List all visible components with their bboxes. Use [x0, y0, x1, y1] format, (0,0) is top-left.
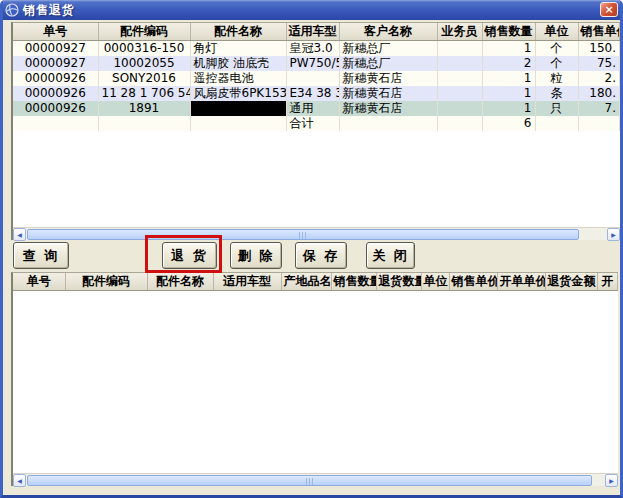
cell-sales-qty[interactable]: 1 [482, 71, 535, 86]
cell-vehicle-model[interactable] [286, 71, 339, 86]
col-header-part-name[interactable]: 配件名称 [190, 23, 286, 41]
cell-salesman[interactable] [437, 86, 482, 101]
header-row: 单号 配件编码 配件名称 适用车型 客户名称 业务员 销售数量 单位 销售单价 [13, 23, 620, 41]
return-button[interactable]: 退 货 [162, 242, 217, 269]
col-header-sales-qty[interactable]: 销售数量 [482, 23, 535, 41]
cell-customer-name[interactable]: 新穗黄石店 [339, 101, 437, 116]
table-row[interactable]: 00000927 0000316-150 角灯 皇冠3.0 新穗总厂 1 个 1… [13, 41, 620, 57]
upper-horizontal-scrollbar[interactable]: ◀ ▶ [13, 227, 620, 240]
cell-order-no[interactable]: 00000926 [13, 71, 98, 86]
scrollbar-grip [306, 478, 315, 485]
col-header-unit[interactable]: 单位 [535, 23, 578, 41]
scroll-right-arrow-icon[interactable]: ▶ [605, 474, 618, 487]
cell-unit[interactable]: 粒 [535, 71, 578, 86]
total-qty: 6 [482, 116, 535, 131]
cell-salesman[interactable] [437, 41, 482, 57]
app-icon [5, 3, 19, 17]
col-header-return-amount[interactable]: 退货金额 [545, 273, 597, 291]
col-header-part-code[interactable]: 配件编码 [65, 273, 147, 291]
return-detail-grid: 单号 配件编码 配件名称 适用车型 产地品名 销售数量 退货数量 单位 销售单价… [11, 272, 618, 486]
col-header-vehicle-model[interactable]: 适用车型 [286, 23, 339, 41]
scrollbar-thumb[interactable] [27, 229, 579, 240]
col-header-invoice-price[interactable]: 开单单价 [497, 273, 545, 291]
cell-sales-price[interactable]: 180. [578, 86, 620, 101]
col-header-vehicle-model[interactable]: 适用车型 [213, 273, 281, 291]
cell-part-code[interactable]: 0000316-150 [98, 41, 190, 57]
total-row: 合计 6 [13, 116, 620, 131]
col-header-return-qty[interactable]: 退货数量 [376, 273, 421, 291]
cell-vehicle-model[interactable]: PW750/550 [286, 56, 339, 71]
cell-unit[interactable]: 只 [535, 101, 578, 116]
cell-part-name[interactable]: 角灯 [190, 41, 286, 57]
col-header-sales-price[interactable]: 销售单价 [578, 23, 620, 41]
cell-customer-name[interactable]: 新穗总厂 [339, 56, 437, 71]
cell-sales-qty[interactable]: 1 [482, 86, 535, 101]
cell-sales-qty[interactable]: 1 [482, 101, 535, 116]
cell-part-name[interactable]: 遥控器电池 [190, 71, 286, 86]
cell-part-code[interactable]: 1891 [98, 101, 190, 116]
window-title: 销售退货 [23, 2, 75, 19]
col-header-order-no[interactable]: 单号 [13, 273, 65, 291]
cell-unit[interactable]: 条 [535, 86, 578, 101]
sales-records-grid: 单号 配件编码 配件名称 适用车型 客户名称 业务员 销售数量 单位 销售单价 … [11, 22, 620, 240]
table-row[interactable]: 00000926 SONY2016 遥控器电池 新穗黄石店 1 粒 2. [13, 71, 620, 86]
scrollbar-grip [299, 232, 308, 239]
scrollbar-thumb[interactable] [27, 475, 592, 486]
cell-sales-price[interactable]: 75. [578, 56, 620, 71]
close-button[interactable]: 关 闭 [366, 242, 415, 269]
cell-part-name[interactable]: 风扇皮带6PK1538 [190, 86, 286, 101]
scroll-left-arrow-icon[interactable]: ◀ [13, 474, 26, 487]
cell-sales-qty[interactable]: 1 [482, 41, 535, 57]
cell-part-name[interactable]: 机脚胶 油底壳 [190, 56, 286, 71]
cell-salesman[interactable] [437, 56, 482, 71]
cell-order-no[interactable]: 00000927 [13, 41, 98, 57]
col-header-truncated[interactable]: 开 [597, 273, 618, 291]
cell-sales-price[interactable]: 7. [578, 101, 620, 116]
cell-part-code[interactable]: SONY2016 [98, 71, 190, 86]
cell-unit[interactable]: 个 [535, 41, 578, 57]
selected-table-row[interactable]: 00000926 1891 K田刹车灯泡 通用 新穗黄石店 1 只 7. [13, 101, 620, 116]
col-header-sales-qty[interactable]: 销售数量 [331, 273, 376, 291]
query-button[interactable]: 查 询 [13, 242, 69, 269]
cell-salesman[interactable] [437, 101, 482, 116]
lower-horizontal-scrollbar[interactable]: ◀ ▶ [13, 473, 618, 486]
title-bar[interactable]: 销售退货 × [0, 0, 623, 20]
cell-sales-price[interactable]: 2. [578, 71, 620, 86]
scroll-left-arrow-icon[interactable]: ◀ [13, 228, 26, 241]
col-header-customer-name[interactable]: 客户名称 [339, 23, 437, 41]
cell-vehicle-model[interactable]: 通用 [286, 101, 339, 116]
cell-customer-name[interactable]: 新穗黄石店 [339, 71, 437, 86]
close-window-button[interactable]: × [600, 2, 618, 17]
cell-vehicle-model[interactable]: 皇冠3.0 [286, 41, 339, 57]
sales-return-window: 销售退货 × 单号 配件编码 配件名称 适用车型 客户名称 业务员 销售数量 单… [0, 0, 623, 498]
cell-sales-price[interactable]: 150. [578, 41, 620, 57]
col-header-part-name[interactable]: 配件名称 [147, 273, 213, 291]
table-row[interactable]: 00000927 10002055 机脚胶 油底壳 PW750/550 新穗总厂… [13, 56, 620, 71]
cell-order-no[interactable]: 00000927 [13, 56, 98, 71]
selected-cell-part-name[interactable]: K田刹车灯泡 [190, 101, 286, 116]
cell-customer-name[interactable]: 新穗总厂 [339, 41, 437, 57]
table-row[interactable]: 00000926 11 28 1 706 545 风扇皮带6PK1538 E34… [13, 86, 620, 101]
cell-sales-qty[interactable]: 2 [482, 56, 535, 71]
cell-part-code[interactable]: 10002055 [98, 56, 190, 71]
cell-order-no[interactable]: 00000926 [13, 101, 98, 116]
cell-vehicle-model[interactable]: E34 38 39 M3 [286, 86, 339, 101]
col-header-part-code[interactable]: 配件编码 [98, 23, 190, 41]
save-button[interactable]: 保 存 [295, 242, 347, 269]
cell-salesman[interactable] [437, 71, 482, 86]
scroll-right-arrow-icon[interactable]: ▶ [607, 228, 620, 241]
header-row: 单号 配件编码 配件名称 适用车型 产地品名 销售数量 退货数量 单位 销售单价… [13, 273, 618, 291]
col-header-salesman[interactable]: 业务员 [437, 23, 482, 41]
col-header-unit[interactable]: 单位 [421, 273, 449, 291]
col-header-order-no[interactable]: 单号 [13, 23, 98, 41]
cell-part-code[interactable]: 11 28 1 706 545 [98, 86, 190, 101]
cell-customer-name[interactable]: 新穗黄石店 [339, 86, 437, 101]
cell-order-no[interactable]: 00000926 [13, 86, 98, 101]
col-header-origin-brand[interactable]: 产地品名 [281, 273, 331, 291]
col-header-sales-price[interactable]: 销售单价 [449, 273, 497, 291]
delete-button[interactable]: 删 除 [230, 242, 282, 269]
total-label: 合计 [286, 116, 339, 131]
cell-unit[interactable]: 个 [535, 56, 578, 71]
